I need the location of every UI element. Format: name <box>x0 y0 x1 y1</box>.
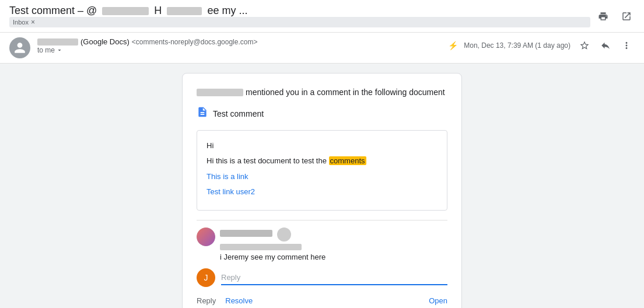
mention-text: mentioned you in a comment in the follow… <box>197 88 447 97</box>
reply-action-button[interactable]: Reply <box>197 296 216 305</box>
resolve-action-button[interactable]: Resolve <box>225 296 253 305</box>
meta-icons <box>576 37 635 54</box>
comment-row: i Jeremy see my comment here <box>197 228 447 261</box>
more-options-button[interactable] <box>618 37 635 54</box>
doc-preview: Hi Hi this is a test document to test th… <box>197 130 447 211</box>
sender-avatar <box>9 37 30 58</box>
doc-line-3: This is a link <box>206 171 438 183</box>
docs-icon <box>197 106 208 121</box>
doc-line-2-before: Hi this is a test document to test the <box>206 156 329 165</box>
sender-email: <comments-noreply@docs.google.com> <box>132 38 258 46</box>
reply-input[interactable] <box>221 271 447 285</box>
reply-button[interactable] <box>597 37 614 54</box>
sender-google-docs: (Google Docs) <box>80 37 130 46</box>
to-me-label: to me <box>37 46 55 54</box>
to-me-dropdown[interactable]: to me <box>37 46 448 54</box>
commenter-avatar <box>197 228 215 246</box>
email-subject: Test comment – @ H ee my ... Inbox × <box>9 5 590 27</box>
star-button[interactable] <box>576 37 593 54</box>
doc-line-1-text: Hi <box>206 141 214 150</box>
subject-text: Test comment – @ <box>9 5 97 16</box>
doc-line-4-link[interactable]: Test link user2 <box>206 187 255 196</box>
doc-line-4: Test link user2 <box>206 186 438 198</box>
doc-line-2: Hi this is a test document to test the c… <box>206 155 438 167</box>
doc-line-3-link[interactable]: This is a link <box>206 172 249 181</box>
print-button[interactable] <box>595 8 611 24</box>
reply-avatar: J <box>197 268 215 287</box>
doc-link-row: Test comment <box>197 106 447 121</box>
header-icons <box>595 8 635 24</box>
inbox-badge: Inbox × <box>9 17 590 27</box>
doc-line-2-highlight: comments <box>329 156 366 165</box>
subject-h: H <box>154 5 162 16</box>
comment-text: i Jeremy see my comment here <box>220 253 447 261</box>
email-body: mentioned you in a comment in the follow… <box>0 64 644 308</box>
inbox-close-icon[interactable]: × <box>31 18 35 26</box>
sender-name-blurred <box>37 38 78 46</box>
subject-dots: ee my ... <box>207 5 247 16</box>
lightning-icon: ⚡ <box>448 41 458 50</box>
sender-info: (Google Docs) <comments-noreply@docs.goo… <box>37 37 448 54</box>
sender-meta: ⚡ Mon, Dec 13, 7:39 AM (1 day ago) <box>448 37 635 54</box>
commenter-name-blurred <box>220 230 272 237</box>
sender-name-line: (Google Docs) <comments-noreply@docs.goo… <box>37 37 448 46</box>
mention-description: mentioned you in a comment in the follow… <box>246 88 445 97</box>
mention-name-blurred <box>197 89 243 96</box>
email-card: mentioned you in a comment in the follow… <box>182 73 462 308</box>
commenter-content: i Jeremy see my comment here <box>220 228 447 261</box>
email-container: Test comment – @ H ee my ... Inbox × <box>0 0 644 308</box>
open-action-button[interactable]: Open <box>429 296 447 305</box>
action-row: Reply Resolve Open <box>197 292 447 305</box>
email-header-bar: Test comment – @ H ee my ... Inbox × <box>0 0 644 33</box>
doc-line-1: Hi <box>206 140 438 152</box>
inbox-label: Inbox <box>13 19 29 26</box>
doc-name: Test comment <box>213 109 264 118</box>
sender-row: (Google Docs) <comments-noreply@docs.goo… <box>0 33 644 64</box>
email-timestamp: Mon, Dec 13, 7:39 AM (1 day ago) <box>464 41 570 50</box>
reply-row: J <box>197 268 447 287</box>
comment-section: i Jeremy see my comment here J Reply Res… <box>197 220 447 305</box>
open-external-button[interactable] <box>618 8 635 24</box>
